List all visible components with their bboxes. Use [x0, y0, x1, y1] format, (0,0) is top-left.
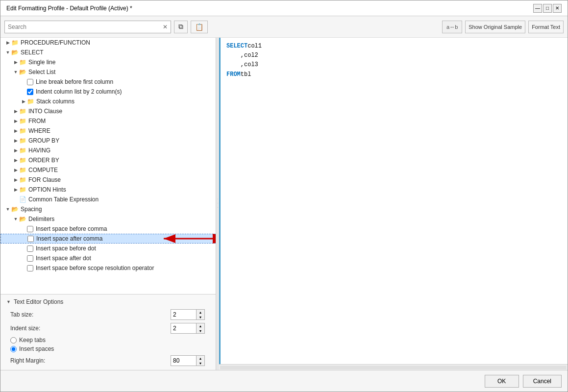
tree-item-single-line[interactable]: ▶ 📁 Single line: [0, 57, 216, 67]
indent-size-input[interactable]: 2: [171, 324, 196, 332]
chevron-down-icon: ▼: [4, 206, 11, 213]
chevron-down-icon: ▼: [6, 299, 11, 304]
tree-item-option-hints[interactable]: ▶ 📁 OPTION Hints: [0, 185, 216, 195]
tree-label: ORDER BY: [28, 157, 59, 164]
tab-size-up[interactable]: ▲: [197, 310, 204, 315]
tree-item-select[interactable]: ▼ 📂 SELECT: [0, 48, 216, 57]
tree-item-order-by[interactable]: ▶ 📁 ORDER BY: [0, 155, 216, 165]
right-margin-input[interactable]: 80: [171, 357, 196, 365]
tree-item-where[interactable]: ▶ 📁 WHERE: [0, 126, 216, 136]
footer-bar: OK Cancel: [0, 370, 568, 392]
maximize-button[interactable]: □: [543, 4, 552, 13]
search-box: ✕: [4, 21, 171, 33]
tree-item-into-clause[interactable]: ▶ 📁 INTO Clause: [0, 106, 216, 116]
tree-item-before-dot[interactable]: Insert space before dot: [0, 244, 216, 253]
tree-item-stack-columns[interactable]: ▶ 📁 Stack columns: [0, 97, 216, 106]
tree-label: Select List: [28, 69, 55, 75]
ok-button[interactable]: OK: [485, 375, 519, 388]
tree-item-line-break[interactable]: Line break before first column: [0, 77, 216, 87]
folder-icon: 📂: [19, 69, 27, 75]
toolbar-copy-button[interactable]: ⧉: [174, 21, 188, 33]
code-area: SELECT col1 ,col2 ,col3 FROM tbl: [219, 38, 568, 364]
right-margin-up[interactable]: ▲: [197, 356, 204, 361]
tree-item-after-comma[interactable]: Insert space after comma: [0, 234, 216, 244]
insert-spaces-radio[interactable]: [10, 346, 17, 352]
tree-item-before-scope[interactable]: Insert space before scope resolution ope…: [0, 263, 216, 273]
keep-tabs-option[interactable]: Keep tabs: [10, 337, 210, 343]
tree-item-indent-column[interactable]: Indent column list by 2 column(s): [0, 87, 216, 97]
checkbox-line-break[interactable]: [27, 79, 33, 85]
spacer: [21, 235, 27, 242]
cancel-button[interactable]: Cancel: [523, 375, 562, 388]
indent-size-label: Indent size:: [10, 325, 165, 332]
right-margin-down[interactable]: ▼: [197, 361, 204, 366]
spacer: [20, 265, 27, 271]
ab-indicator: a↔b: [442, 21, 462, 33]
tree-item-after-dot[interactable]: Insert space after dot: [0, 253, 216, 263]
tree-item-spacing[interactable]: ▼ 📂 Spacing: [0, 204, 216, 214]
tree-item-procedure[interactable]: ▶ 📁 PROCEDURE/FUNCTION: [0, 38, 216, 48]
minimize-button[interactable]: —: [533, 4, 542, 13]
right-margin-spinner[interactable]: 80 ▲ ▼: [171, 355, 205, 366]
tree-item-delimiters[interactable]: ▼ 📂 Delimiters: [0, 214, 216, 224]
chevron-right-icon: ▶: [12, 157, 19, 164]
tree-label: Insert space before comma: [36, 225, 107, 232]
indent-size-spinner[interactable]: 2 ▲ ▼: [171, 323, 205, 334]
tree-container[interactable]: ▶ 📁 PROCEDURE/FUNCTION ▼ 📂 SELECT ▶ 📁 Si…: [0, 38, 216, 294]
tree-label: Indent column list by 2 column(s): [36, 88, 122, 95]
code-line: ,col3: [226, 60, 562, 70]
tab-size-input[interactable]: 2: [171, 311, 196, 318]
options-title: Text Editor Options: [14, 298, 63, 305]
tree-item-having[interactable]: ▶ 📁 HAVING: [0, 146, 216, 155]
tree-label: HAVING: [28, 147, 50, 154]
checkbox-indent-column[interactable]: [27, 89, 33, 95]
tree-label: OPTION Hints: [28, 186, 66, 193]
tree-label: Line break before first column: [36, 78, 113, 85]
tree-label: Insert space after comma: [36, 235, 102, 242]
checkbox-before-comma[interactable]: [27, 226, 33, 232]
checkbox-before-scope[interactable]: [27, 265, 33, 271]
search-clear-icon[interactable]: ✕: [163, 24, 168, 30]
tab-size-down[interactable]: ▼: [197, 315, 204, 319]
tab-size-spinner[interactable]: 2 ▲ ▼: [171, 309, 205, 320]
spinner-arrows: ▲ ▼: [196, 310, 204, 319]
keep-tabs-radio[interactable]: [10, 337, 17, 343]
code-line: ,col2: [226, 51, 562, 60]
tree-item-from[interactable]: ▶ 📁 FROM: [0, 116, 216, 126]
show-original-button[interactable]: Show Original Sample: [465, 21, 525, 33]
chevron-right-icon: ▶: [12, 108, 19, 115]
spacer: [20, 245, 27, 252]
text-editor-options: ▼ Text Editor Options Tab size: 2 ▲ ▼ In…: [0, 294, 216, 370]
toolbar-paste-button[interactable]: 📋: [191, 21, 208, 33]
tree-item-before-comma[interactable]: Insert space before comma: [0, 224, 216, 234]
tree-item-select-list[interactable]: ▼ 📂 Select List: [0, 67, 216, 77]
chevron-right-icon: ▶: [12, 147, 19, 154]
chevron-down-icon: ▼: [12, 216, 19, 222]
format-text-button[interactable]: Format Text: [528, 21, 564, 33]
checkbox-before-dot[interactable]: [27, 245, 33, 252]
options-header[interactable]: ▼ Text Editor Options: [6, 298, 210, 305]
title-bar: Edit Formatting Profile - Default Profil…: [0, 0, 568, 16]
indent-size-down[interactable]: ▼: [197, 328, 204, 333]
tab-size-label: Tab size:: [10, 311, 165, 318]
tree-label: PROCEDURE/FUNCTION: [21, 39, 90, 46]
close-button[interactable]: ✕: [553, 4, 562, 13]
keyword-from: FROM: [226, 70, 241, 79]
folder-icon: 📂: [19, 216, 27, 222]
tree-label: Spacing: [21, 206, 42, 213]
chevron-right-icon: ▶: [12, 137, 19, 144]
tree-item-common-table[interactable]: 📄 Common Table Expression: [0, 195, 216, 204]
tree-item-compute[interactable]: ▶ 📁 COMPUTE: [0, 165, 216, 175]
tree-label: SELECT: [21, 49, 44, 56]
indent-size-up[interactable]: ▲: [197, 323, 204, 328]
tree-label: Common Table Expression: [28, 196, 99, 203]
horizontal-scrollbar[interactable]: [219, 364, 568, 370]
tree-item-group-by[interactable]: ▶ 📁 GROUP BY: [0, 136, 216, 146]
chevron-right-icon: ▶: [12, 167, 19, 173]
checkbox-after-comma[interactable]: [27, 236, 34, 242]
insert-spaces-option[interactable]: Insert spaces: [10, 345, 210, 352]
tree-item-for-clause[interactable]: ▶ 📁 FOR Clause: [0, 175, 216, 185]
chevron-right-icon: ▶: [12, 59, 19, 66]
checkbox-after-dot[interactable]: [27, 255, 33, 262]
search-input[interactable]: [8, 24, 161, 30]
